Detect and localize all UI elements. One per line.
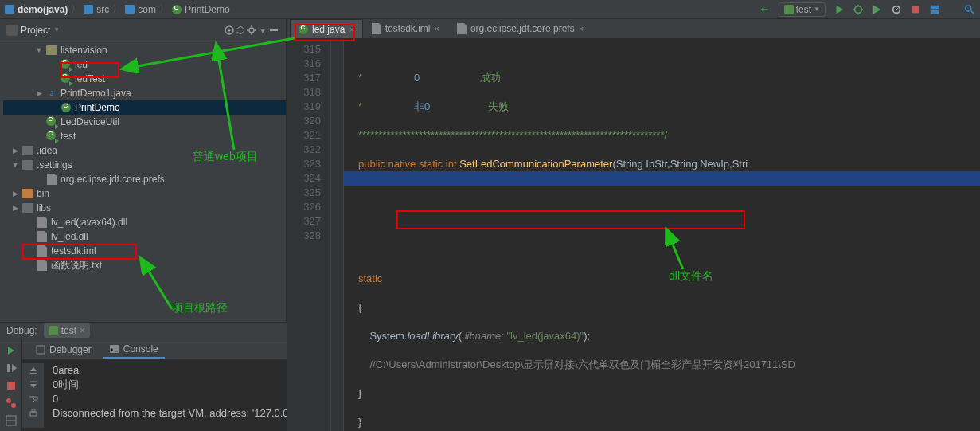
soft-wrap-icon[interactable] <box>28 394 39 405</box>
tree-item[interactable]: ▼listenvision <box>3 43 286 57</box>
scroll-down-icon[interactable] <box>28 379 39 390</box>
chevron-down-icon[interactable]: ▾ <box>257 25 268 36</box>
svg-rect-25 <box>32 409 35 412</box>
run-config-selector[interactable]: test ▼ <box>779 2 826 17</box>
breakpoints-icon[interactable] <box>5 397 18 409</box>
tree-item[interactable]: ▶libs <box>3 201 286 215</box>
close-icon[interactable]: × <box>349 25 353 34</box>
tree-item[interactable]: led <box>3 57 286 72</box>
breadcrumb-sep: 〉 <box>112 2 122 16</box>
rerun-icon[interactable] <box>5 344 18 357</box>
tree-item[interactable]: ▼.settings <box>3 158 286 172</box>
tree-item[interactable]: testsdk.iml <box>3 244 286 258</box>
tree-item[interactable]: ledTest <box>3 72 286 86</box>
tree-twisty[interactable]: ▶ <box>11 147 19 155</box>
code-content[interactable]: * 0 成功 * 非0 失败 *************************… <box>344 39 980 431</box>
build-icon[interactable] <box>759 4 771 15</box>
class-run-icon <box>61 59 72 70</box>
expand-all-icon[interactable] <box>235 25 246 36</box>
project-tool-window: Project ▼ ▾ ▼listenvisionledledTest▶JPri… <box>0 19 287 322</box>
tree-twisty[interactable]: ▶ <box>35 89 43 97</box>
gear-icon[interactable] <box>246 25 257 36</box>
tree-twisty[interactable]: ▼ <box>11 161 19 169</box>
scroll-up-icon[interactable] <box>28 365 39 376</box>
file-icon <box>457 23 467 34</box>
svg-rect-17 <box>37 346 45 354</box>
tree-item-label: 函数说明.txt <box>51 259 102 272</box>
svg-rect-6 <box>6 25 18 36</box>
line-number: 315 <box>287 42 321 57</box>
tab-debugger[interactable]: Debugger <box>29 342 98 358</box>
debug-config-label: test <box>61 325 76 336</box>
line-number: 316 <box>287 57 321 71</box>
breadcrumb-com[interactable]: com <box>138 4 156 15</box>
tree-item-label: test <box>61 131 76 142</box>
tree-item-label: libs <box>37 202 51 214</box>
project-tree[interactable]: ▼listenvisionledledTest▶JPrintDemo1.java… <box>0 41 286 322</box>
vcs-icon[interactable] <box>929 4 940 15</box>
debug-icon[interactable] <box>853 4 864 15</box>
class-icon <box>172 5 182 14</box>
folder-icon <box>84 5 93 14</box>
stop-icon[interactable] <box>910 4 921 15</box>
line-number: 323 <box>287 157 321 171</box>
tree-twisty[interactable]: ▼ <box>35 46 43 54</box>
file-icon <box>37 245 48 257</box>
tree-item[interactable]: org.eclipse.jdt.core.prefs <box>3 172 286 186</box>
layout-icon[interactable] <box>5 414 18 427</box>
gutter: 3153163173183193203213223233243253263273… <box>287 39 331 431</box>
breadcrumb[interactable]: demo(java) 〉 src 〉 com 〉 PrintDemo <box>5 2 230 16</box>
close-icon[interactable]: × <box>435 24 439 33</box>
print-icon[interactable] <box>28 408 39 419</box>
project-icon <box>6 25 18 36</box>
console-toolbar <box>22 363 45 428</box>
console-icon <box>109 343 120 355</box>
editor-tab[interactable]: testsdk.iml× <box>363 19 448 38</box>
debug-config-tab[interactable]: test × <box>44 323 90 338</box>
breadcrumb-src[interactable]: src <box>96 4 109 15</box>
locate-icon[interactable] <box>224 25 235 36</box>
close-icon[interactable]: × <box>579 24 584 33</box>
class-run-icon <box>46 116 57 127</box>
tree-item[interactable]: 函数说明.txt <box>3 258 286 272</box>
editor-tab[interactable]: led.java× <box>290 19 363 38</box>
tab-console[interactable]: Console <box>103 341 165 359</box>
svg-rect-11 <box>49 326 58 335</box>
tree-twisty[interactable]: ▶ <box>11 190 19 198</box>
tree-item[interactable]: lv_led.dll <box>3 229 286 244</box>
tree-item[interactable]: PrintDemo <box>3 100 286 115</box>
chevron-down-icon: ▼ <box>53 26 60 33</box>
breadcrumb-class[interactable]: PrintDemo <box>185 4 230 15</box>
tree-item[interactable]: test <box>3 129 286 143</box>
run-config-label: test <box>796 4 811 15</box>
project-panel-title-text: Project <box>21 25 50 36</box>
folder-dk-icon <box>22 145 33 156</box>
project-panel-header[interactable]: Project ▼ ▾ <box>0 19 286 41</box>
project-panel-title[interactable]: Project ▼ <box>6 25 60 36</box>
profile-icon[interactable] <box>891 4 902 15</box>
svg-rect-10 <box>270 29 278 31</box>
app-icon <box>49 326 58 335</box>
tree-item[interactable]: ▶bin <box>3 186 286 201</box>
tab-debugger-label: Debugger <box>49 344 92 355</box>
file-icon <box>372 23 381 34</box>
stop-debug-icon[interactable] <box>5 379 18 392</box>
tab-console-label: Console <box>123 343 158 355</box>
svg-point-8 <box>228 29 231 31</box>
run-icon[interactable] <box>834 4 845 15</box>
breadcrumb-root[interactable]: demo(java) <box>18 4 68 15</box>
tree-twisty[interactable]: ▶ <box>11 204 19 212</box>
code-editor[interactable]: 3153163173183193203213223233243253263273… <box>287 39 980 431</box>
tree-item[interactable]: ▶JPrintDemo1.java <box>3 86 286 100</box>
coverage-icon[interactable] <box>872 4 883 15</box>
tree-item[interactable]: LedDeviceUtil <box>3 115 286 129</box>
svg-point-1 <box>855 6 862 13</box>
tree-item[interactable]: lv_led(javax64).dll <box>3 215 286 229</box>
editor-tab[interactable]: org.eclipse.jdt.core.prefs× <box>448 19 592 38</box>
search-icon[interactable] <box>964 4 975 15</box>
hide-icon[interactable] <box>268 25 279 36</box>
tree-item[interactable]: ▶.idea <box>3 143 286 158</box>
close-icon[interactable]: × <box>80 325 85 336</box>
resume-icon[interactable] <box>5 362 18 374</box>
svg-rect-13 <box>7 382 15 390</box>
